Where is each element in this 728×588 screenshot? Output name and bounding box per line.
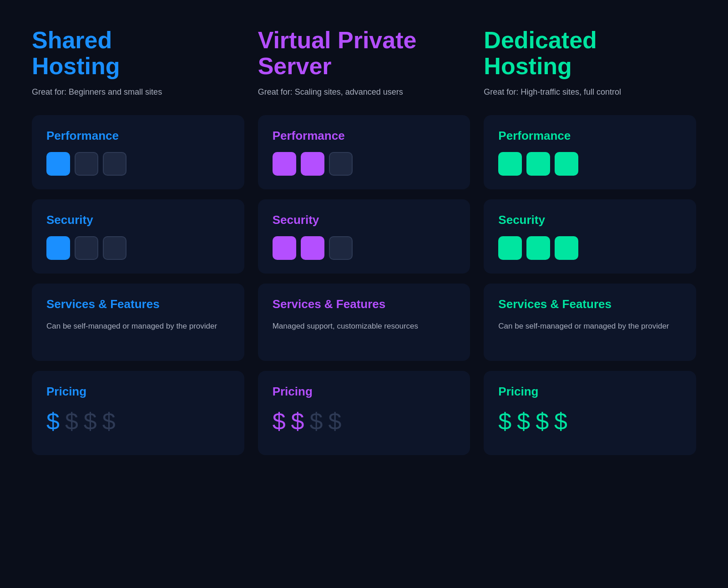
- vps-services-card: Services & Features Managed support, cus…: [258, 284, 470, 361]
- shared-security-card: Security: [32, 199, 244, 274]
- shared-pricing-title: Pricing: [46, 385, 230, 399]
- rating-box-1: [498, 152, 522, 176]
- rating-box-3: [329, 152, 353, 176]
- dedicated-security-title: Security: [498, 213, 682, 227]
- dollar-3: $: [536, 408, 549, 435]
- dollar-4: $: [554, 408, 567, 435]
- rating-box-1: [498, 236, 522, 260]
- vps-performance-title: Performance: [273, 129, 456, 143]
- rating-box-3: [555, 236, 578, 260]
- dollar-4: $: [102, 408, 116, 435]
- dedicated-services-title: Services & Features: [498, 297, 682, 311]
- vps-great-for: Great for: Scaling sites, advanced users: [258, 87, 470, 97]
- dedicated-performance-rating: [498, 152, 682, 176]
- vps-title: Virtual PrivateServer: [258, 27, 470, 79]
- performance-row: Performance Performance Performance: [32, 115, 696, 189]
- rating-box-1: [273, 236, 296, 260]
- dedicated-title: DedicatedHosting: [484, 27, 696, 79]
- rating-box-1: [46, 152, 70, 176]
- dollar-2: $: [65, 408, 78, 435]
- vps-services-description: Managed support, customizable resources: [273, 320, 456, 332]
- dollar-4: $: [328, 408, 341, 435]
- vps-pricing-title: Pricing: [273, 385, 456, 399]
- dedicated-services-card: Services & Features Can be self-managed …: [484, 284, 696, 361]
- shared-performance-card: Performance: [32, 115, 244, 189]
- vps-pricing-display: $ $ $ $: [273, 408, 456, 435]
- rating-box-1: [273, 152, 296, 176]
- dedicated-security-card: Security: [484, 199, 696, 274]
- shared-pricing-card: Pricing $ $ $ $: [32, 371, 244, 455]
- dedicated-great-for: Great for: High-traffic sites, full cont…: [484, 87, 696, 97]
- vps-security-title: Security: [273, 213, 456, 227]
- rating-box-3: [103, 152, 126, 176]
- dollar-1: $: [273, 408, 286, 435]
- pricing-row: Pricing $ $ $ $ Pricing $ $ $ $ Pricing …: [32, 371, 696, 455]
- shared-pricing-display: $ $ $ $: [46, 408, 230, 435]
- shared-performance-rating: [46, 152, 230, 176]
- rating-box-2: [75, 236, 98, 260]
- shared-services-card: Services & Features Can be self-managed …: [32, 284, 244, 361]
- dedicated-pricing-card: Pricing $ $ $ $: [484, 371, 696, 455]
- rating-box-2: [526, 236, 550, 260]
- vps-header: Virtual PrivateServer Great for: Scaling…: [258, 27, 470, 97]
- vps-pricing-card: Pricing $ $ $ $: [258, 371, 470, 455]
- dollar-1: $: [46, 408, 60, 435]
- shared-security-rating: [46, 236, 230, 260]
- shared-header: SharedHosting Great for: Beginners and s…: [32, 27, 244, 97]
- dollar-3: $: [310, 408, 323, 435]
- shared-great-for: Great for: Beginners and small sites: [32, 87, 244, 97]
- header-row: SharedHosting Great for: Beginners and s…: [32, 27, 696, 97]
- dedicated-pricing-title: Pricing: [498, 385, 682, 399]
- vps-security-rating: [273, 236, 456, 260]
- rating-box-3: [555, 152, 578, 176]
- rating-box-2: [75, 152, 98, 176]
- dollar-2: $: [517, 408, 530, 435]
- services-row: Services & Features Can be self-managed …: [32, 284, 696, 361]
- vps-security-card: Security: [258, 199, 470, 274]
- rating-box-2: [301, 236, 324, 260]
- dedicated-services-description: Can be self-managed or managed by the pr…: [498, 320, 682, 332]
- shared-security-title: Security: [46, 213, 230, 227]
- dedicated-security-rating: [498, 236, 682, 260]
- vps-performance-card: Performance: [258, 115, 470, 189]
- shared-performance-title: Performance: [46, 129, 230, 143]
- dollar-1: $: [498, 408, 511, 435]
- rating-box-1: [46, 236, 70, 260]
- rating-box-3: [329, 236, 353, 260]
- shared-title: SharedHosting: [32, 27, 244, 79]
- dedicated-performance-title: Performance: [498, 129, 682, 143]
- rating-box-2: [301, 152, 324, 176]
- shared-services-title: Services & Features: [46, 297, 230, 311]
- rating-box-3: [103, 236, 126, 260]
- rating-box-2: [526, 152, 550, 176]
- vps-services-title: Services & Features: [273, 297, 456, 311]
- vps-performance-rating: [273, 152, 456, 176]
- dollar-3: $: [84, 408, 97, 435]
- dedicated-performance-card: Performance: [484, 115, 696, 189]
- dedicated-pricing-display: $ $ $ $: [498, 408, 682, 435]
- security-row: Security Security Security: [32, 199, 696, 274]
- dollar-2: $: [291, 408, 304, 435]
- shared-services-description: Can be self-managed or managed by the pr…: [46, 320, 230, 332]
- dedicated-header: DedicatedHosting Great for: High-traffic…: [484, 27, 696, 97]
